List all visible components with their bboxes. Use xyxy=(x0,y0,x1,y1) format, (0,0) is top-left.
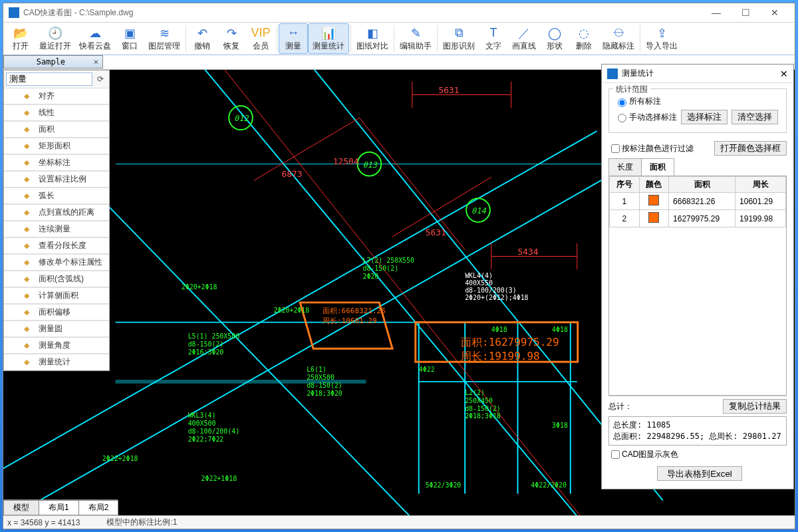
panel-icon xyxy=(607,68,618,79)
svg-text:4Φ22/2Φ20: 4Φ22/2Φ20 xyxy=(531,481,567,489)
svg-text:5631: 5631 xyxy=(426,227,446,237)
export-excel-button[interactable]: 导出表格到Excel xyxy=(657,466,742,481)
sidebar-item-label: 设置标注比例 xyxy=(39,174,86,185)
svg-text:L5(1) 250X500: L5(1) 250X500 xyxy=(188,332,240,340)
toolbar-文字[interactable]: T文字 xyxy=(479,23,508,54)
copy-totals-button[interactable]: 复制总计结果 xyxy=(723,399,787,414)
layout-tab[interactable]: 布局2 xyxy=(78,500,119,515)
sidebar-search-input[interactable] xyxy=(6,72,92,86)
sidebar-item-label: 面积(含弧线) xyxy=(39,273,84,285)
tab-close-icon[interactable]: × xyxy=(94,57,98,66)
svg-text:2Φ22+1Φ18: 2Φ22+1Φ18 xyxy=(201,475,237,482)
document-tab-label: Sample xyxy=(8,57,94,66)
open-color-picker-button[interactable]: 打开颜色选择框 xyxy=(714,141,787,156)
svg-text:4Φ18: 4Φ18 xyxy=(552,326,568,333)
sidebar-item-icon: ◆ xyxy=(24,158,36,167)
toolbar-icon: ◧ xyxy=(367,26,378,41)
filter-by-color-checkbox[interactable] xyxy=(611,144,620,153)
svg-text:5Φ22/3Φ20: 5Φ22/3Φ20 xyxy=(426,481,462,489)
sidebar-item[interactable]: ◆测量角度 xyxy=(4,337,109,354)
toolbar-icon: ⧉ xyxy=(455,26,464,41)
close-button[interactable]: ✕ xyxy=(760,3,789,22)
totals-box: 总长度: 11085 总面积: 22948296.55; 总周长: 29801.… xyxy=(608,416,787,446)
sidebar-item[interactable]: ◆面积偏移 xyxy=(4,304,109,321)
sidebar-item-label: 面积 xyxy=(39,124,55,135)
sidebar-item[interactable]: ◆弧长 xyxy=(4,188,109,204)
svg-text:WKL4(4): WKL4(4) xyxy=(465,272,493,279)
tab-length[interactable]: 长度 xyxy=(608,158,642,176)
sidebar-item[interactable]: ◆对齐 xyxy=(4,88,109,104)
status-xy: x = 34568 y = 41413 xyxy=(7,518,80,527)
status-scale: 模型中的标注比例:1 xyxy=(106,517,177,528)
radio-manual-select[interactable] xyxy=(618,114,626,122)
toolbar-编辑助手[interactable]: ✎编辑助手 xyxy=(396,23,436,54)
toolbar-形状[interactable]: ◯形状 xyxy=(540,23,569,54)
tab-area[interactable]: 面积 xyxy=(641,158,674,176)
layout-tab[interactable]: 布局1 xyxy=(39,500,79,515)
toolbar-测量统计[interactable]: 📊测量统计 xyxy=(308,23,349,54)
toolbar-label: 文字 xyxy=(485,41,501,52)
toolbar-恢复[interactable]: ↷恢复 xyxy=(217,23,246,54)
sidebar-item[interactable]: ◆点到直线的距离 xyxy=(4,204,109,221)
minimize-button[interactable]: — xyxy=(702,3,731,22)
maximize-button[interactable]: ☐ xyxy=(731,3,760,22)
sidebar-item-icon: ◆ xyxy=(24,192,36,200)
sidebar-item[interactable]: ◆测量圆 xyxy=(4,321,109,337)
sidebar-item[interactable]: ◆设置标注比例 xyxy=(4,171,109,188)
toolbar-快看云盘[interactable]: ☁快看云盘 xyxy=(75,23,115,54)
sidebar-item[interactable]: ◆修改单个标注属性 xyxy=(4,254,109,271)
document-tab[interactable]: Sample × xyxy=(3,55,103,68)
svg-text:d8-100/200(3): d8-100/200(3) xyxy=(465,287,517,294)
show-cad-gray-checkbox[interactable] xyxy=(611,450,620,459)
panel-close-icon[interactable]: ✕ xyxy=(780,68,788,79)
sidebar-item[interactable]: ◆面积(含弧线) xyxy=(4,271,109,287)
refresh-icon[interactable]: ⟳ xyxy=(94,74,106,84)
toolbar-最近打开[interactable]: 🕘最近打开 xyxy=(35,23,75,54)
toolbar-删除[interactable]: ◌删除 xyxy=(569,23,598,54)
sidebar-item[interactable]: ◆连续测量 xyxy=(4,221,109,237)
toolbar-icon: ◯ xyxy=(548,26,561,41)
sidebar-item[interactable]: ◆面积 xyxy=(4,121,109,138)
toolbar-打开[interactable]: 📂打开 xyxy=(6,23,35,54)
svg-text:2Φ20+(2Φ12);4Φ18: 2Φ20+(2Φ12);4Φ18 xyxy=(465,294,528,301)
sidebar-item[interactable]: ◆矩形面积 xyxy=(4,138,109,154)
toolbar-label: 测量 xyxy=(285,41,301,52)
sidebar-item[interactable]: ◆坐标标注 xyxy=(4,154,109,171)
toolbar-撤销[interactable]: ↶撤销 xyxy=(188,23,217,54)
titlebar: CAD快速看图 - C:\Sample.dwg — ☐ ✕ xyxy=(3,3,795,22)
sidebar-item-label: 弧长 xyxy=(39,190,55,201)
toolbar-label: 删除 xyxy=(576,41,592,52)
svg-text:2Φ16;3Φ20: 2Φ16;3Φ20 xyxy=(188,348,224,356)
toolbar-label: 画直线 xyxy=(512,41,536,52)
table-row[interactable]: 16668321.2610601.29 xyxy=(610,193,786,210)
sidebar-item[interactable]: ◆计算侧面积 xyxy=(4,287,109,304)
table-header: 周长 xyxy=(735,177,786,193)
toolbar-隐藏标注[interactable]: ⦵隐藏标注 xyxy=(598,23,638,54)
area1-perim: 周长:10601.29 xyxy=(323,316,386,326)
radio-all-annotations[interactable] xyxy=(618,98,626,107)
sidebar-item[interactable]: ◆查看分段长度 xyxy=(4,237,109,254)
toolbar-图层管理[interactable]: ≋图层管理 xyxy=(144,23,184,54)
toolbar-画直线[interactable]: ／画直线 xyxy=(508,23,540,54)
toolbar-会员[interactable]: VIP会员 xyxy=(246,23,275,54)
svg-text:2Φ18;3Φ18: 2Φ18;3Φ18 xyxy=(465,412,501,420)
layout-tabs: 模型布局1布局2 xyxy=(3,499,118,515)
toolbar-窗口[interactable]: ▣窗口 xyxy=(115,23,144,54)
sidebar-item[interactable]: ◆测量统计 xyxy=(4,354,109,370)
clear-selection-button[interactable]: 清空选择 xyxy=(732,110,778,124)
svg-text:d8-150(2): d8-150(2) xyxy=(188,340,224,348)
toolbar-测量[interactable]: ↔测量 xyxy=(279,23,308,54)
table-row[interactable]: 216279975.2919199.98 xyxy=(610,210,786,227)
toolbar-导入导出[interactable]: ⇪导入导出 xyxy=(642,23,682,54)
toolbar-label: 图形识别 xyxy=(443,41,475,52)
svg-line-3 xyxy=(201,70,597,515)
svg-line-13 xyxy=(221,70,610,515)
select-annotations-button[interactable]: 选择标注 xyxy=(681,110,728,124)
sidebar-item[interactable]: ◆线性 xyxy=(4,104,109,121)
sidebar-item-label: 计算侧面积 xyxy=(39,290,78,301)
toolbar-label: 编辑助手 xyxy=(400,41,432,52)
toolbar-图形识别[interactable]: ⧉图形识别 xyxy=(439,23,479,54)
layout-tab[interactable]: 模型 xyxy=(3,500,39,515)
measure-stats-panel: 测量统计 ✕ 统计范围 所有标注 手动选择标注 选择标注 清空选择 按标注颜色进… xyxy=(601,64,794,489)
toolbar-图纸对比[interactable]: ◧图纸对比 xyxy=(352,23,392,54)
